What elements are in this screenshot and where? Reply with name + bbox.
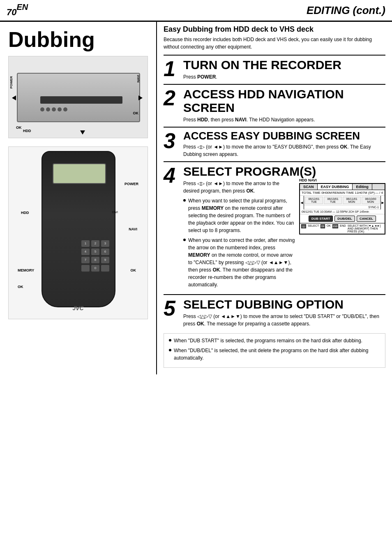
- step-4-bullet-2: When you want to correct the order, afte…: [183, 237, 296, 288]
- right-column: Easy Dubbing from HDD deck to VHS deck B…: [156, 22, 392, 374]
- hdd-time-detail: 06/12/01 TUE 10:30AM — 12:55PM 2CH SP 14…: [300, 209, 385, 214]
- step-3-num: 3: [164, 130, 180, 158]
- step-5-body: Press ◁△▷▽ (or ◄▲►▼) to move the arrow t…: [183, 313, 385, 327]
- hdd-remain-time: REMAIN TIME 11H07M (SP): [332, 191, 375, 195]
- device-btn-4: [58, 107, 62, 111]
- power-label: POWER: [9, 76, 13, 88]
- hdd-prog-2: 06/13/01 TUE: [324, 197, 342, 204]
- hdd-remain-val: — / 4: [375, 191, 383, 195]
- num-btn-6: 6: [101, 248, 109, 255]
- step-4-bullet-1: When you want to select the plural progr…: [183, 197, 296, 234]
- step-4-content: SELECT PROGRAM(S) Press ◁▷ (or ◄►) to mo…: [180, 165, 385, 291]
- device-buttons: [40, 107, 67, 111]
- remote-ok-label: OK: [131, 268, 136, 272]
- step-4-body-pre: Press ◁▷ (or ◄►) to move the arrow to th…: [183, 180, 296, 195]
- step-2-content: ACCESS HDD NAVIGATION SCREEN Press HDD, …: [180, 87, 385, 123]
- step-4-bullet-2-text: When you want to correct the order, afte…: [188, 237, 296, 288]
- step-1-block: 1 TURN ON THE RECORDER Press POWER.: [164, 55, 385, 83]
- hdd-nav-tabs: SCAN EASY DUBBING Editing: [300, 184, 385, 190]
- hdd-programs: 06/12/01 TUE 06/13/01 TUE 06/11/01 MON 0…: [304, 196, 380, 209]
- hdd-scroll-left[interactable]: ◄: [300, 196, 304, 209]
- step-4-block: 4 SELECT PROGRAM(S) Press ◁▷ (or ◄►) to …: [164, 161, 385, 293]
- number-grid: 1 2 3 4 5 6 7 8 9 0: [81, 240, 109, 272]
- hdd-scroll-area: ◄ 06/12/01 TUE 06/13/01 TUE 06/11/01 MON…: [300, 196, 385, 209]
- hdd-dub-start-btn[interactable]: DUB START: [309, 216, 333, 222]
- hdd-program-row: 06/12/01 TUE 06/13/01 TUE 06/11/01 MON 0…: [304, 196, 380, 205]
- bullet-dot-1: [183, 199, 186, 202]
- legend-extra: SELECT WITH [▼▲◄►] AND (MEMORY) THEN PRE…: [348, 224, 383, 233]
- navi-label: NAVI: [136, 75, 140, 83]
- step-1-title: TURN ON THE RECORDER: [183, 58, 385, 72]
- bottom-bullet-2-text: When "DUB/DEL" is selected, the unit del…: [174, 347, 380, 362]
- step-3-block: 3 ACCESS EASY DUBBING SCREEN Press ◁▷ (o…: [164, 127, 385, 161]
- hdd-cancel-btn[interactable]: CANCEL: [357, 216, 376, 222]
- bottom-bullet-1: When "DUB START" is selected, the progra…: [169, 337, 380, 344]
- num-btn-hash: [101, 265, 109, 272]
- num-btn-9: 9: [101, 257, 109, 263]
- device-btn-2: [46, 107, 50, 111]
- device-btn-5: [63, 107, 67, 111]
- legend-ok-label: OK: [327, 224, 331, 233]
- section-description: Because this recorder includes both HDD …: [164, 36, 385, 51]
- step-2-body: Press HDD, then press NAVI. The HDD Navi…: [183, 116, 385, 123]
- hdd-tab-easy-dubbing[interactable]: EASY DUBBING: [318, 184, 353, 190]
- page-title: Dubbing: [8, 28, 151, 51]
- legend-end-box: END: [332, 224, 338, 228]
- bottom-bullet-2: When "DUB/DEL" is selected, the unit del…: [169, 347, 380, 362]
- step-4-text: Press ◁▷ (or ◄►) to move the arrow to th…: [183, 178, 296, 291]
- ok-right-label: OK: [133, 111, 139, 115]
- legend-select-box: ◁▷: [301, 224, 306, 228]
- arrow-down-icon: [80, 130, 85, 135]
- bottom-bullet-dot-2: [169, 349, 171, 351]
- remote-hdd-label: HDD: [21, 211, 29, 215]
- step-4-num: 4: [164, 165, 180, 291]
- arrow-right-icon: [138, 95, 143, 100]
- remote-navi-label: NAVI: [129, 227, 137, 231]
- hdd-prog-3: 06/11/01 MON: [343, 197, 361, 204]
- step-2-title: ACCESS HDD NAVIGATION SCREEN: [183, 87, 385, 114]
- step-4-inner: Press ◁▷ (or ◄►) to move the arrow to th…: [183, 178, 385, 291]
- hdd-sync-label: SYNC-1: [304, 205, 380, 209]
- hdd-dub-del-btn[interactable]: DUB/DEL: [334, 216, 355, 222]
- hdd-total-time: TOTAL TIME 0H00M: [302, 191, 332, 195]
- hdd-prog-1: 06/12/01 TUE: [305, 197, 323, 204]
- remote-on-label: ON/I: [112, 211, 118, 214]
- hdd-tab-scan[interactable]: SCAN: [300, 184, 318, 190]
- hdd-nav-buttons: DUB START DUB/DEL CANCEL: [300, 214, 385, 223]
- header: 70EN EDITING (cont.): [0, 0, 392, 22]
- step-1-body: Press POWER.: [183, 73, 385, 81]
- step-1-content: TURN ON THE RECORDER Press POWER.: [180, 58, 385, 81]
- device-slot: [40, 96, 122, 104]
- hdd-scroll-right[interactable]: ►: [380, 196, 385, 209]
- num-btn-8: 8: [91, 257, 99, 263]
- num-btn-0: 0: [91, 265, 99, 272]
- remote-power-label: POWER: [125, 182, 138, 186]
- device-body: [17, 73, 140, 122]
- bullet-dot-2: [183, 239, 186, 241]
- hdd-navi-label: HDD NAVI: [299, 178, 385, 182]
- left-column: Dubbing POWER NAVI HDD OK OK: [0, 22, 156, 374]
- hdd-prog-4: 06/10/00 MON: [362, 197, 380, 204]
- remote-ok2-label: OK: [18, 285, 23, 289]
- remote-screen: [53, 163, 106, 184]
- main-layout: Dubbing POWER NAVI HDD OK OK: [0, 22, 392, 374]
- hdd-nav-legend: ◁▷ SELECT OK OK END END SELECT WITH [▼▲◄…: [300, 223, 385, 234]
- step-4-title: SELECT PROGRAM(S): [183, 165, 385, 178]
- bottom-bullets: When "DUB START" is selected, the progra…: [164, 333, 385, 368]
- step-5-content: SELECT DUBBING OPTION Press ◁△▷▽ (or ◄▲►…: [180, 297, 385, 327]
- remote-brand-label: JVC: [72, 305, 83, 311]
- bottom-bullet-1-text: When "DUB START" is selected, the progra…: [174, 337, 362, 344]
- num-btn-4: 4: [81, 248, 90, 255]
- num-btn-3: 3: [101, 240, 109, 247]
- remote-diagram: 1 2 3 4 5 6 7 8 9 0 HDD NAVI MEMORY OK O…: [8, 146, 148, 319]
- hdd-tab-editing[interactable]: Editing: [353, 184, 372, 190]
- step-1-num: 1: [164, 58, 180, 81]
- legend-end-label: END: [340, 224, 346, 233]
- step-3-content: ACCESS EASY DUBBING SCREEN Press ◁▷ (or …: [180, 130, 385, 158]
- remote-memory-label: MEMORY: [18, 268, 34, 272]
- remote-body: 1 2 3 4 5 6 7 8 9 0: [42, 151, 115, 307]
- section-heading: Easy Dubbing from HDD deck to VHS deck: [164, 25, 385, 34]
- legend-select-label: SELECT: [308, 224, 319, 233]
- num-btn-5: 5: [91, 248, 99, 255]
- step-5-title: SELECT DUBBING OPTION: [183, 297, 385, 311]
